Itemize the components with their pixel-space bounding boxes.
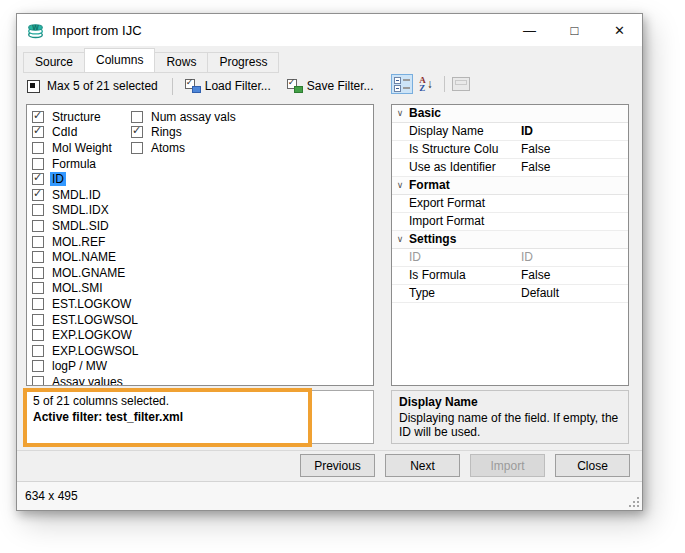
unchecked-checkbox-icon[interactable] (32, 236, 44, 248)
column-list-item[interactable]: Formula (32, 156, 140, 172)
column-list-item[interactable]: Num assay vals (131, 109, 238, 125)
unchecked-checkbox-icon[interactable] (32, 267, 44, 279)
checked-checkbox-icon[interactable] (131, 126, 143, 138)
tab-progress[interactable]: Progress (207, 52, 279, 73)
collapse-chevron-icon[interactable]: ∨ (392, 231, 408, 248)
previous-button[interactable]: Previous (300, 454, 375, 477)
property-value[interactable]: False (519, 159, 628, 176)
column-item-label[interactable]: Formula (50, 157, 98, 171)
load-filter-button[interactable]: Load Filter... (182, 77, 274, 95)
property-group-basic[interactable]: ∨Basic (392, 105, 628, 123)
property-value[interactable] (519, 213, 628, 230)
collapse-chevron-icon[interactable]: ∨ (392, 105, 408, 122)
unchecked-checkbox-icon[interactable] (32, 329, 44, 341)
column-list-item[interactable]: Structure (32, 109, 140, 125)
tab-rows[interactable]: Rows (154, 52, 208, 73)
collapse-chevron-icon[interactable]: ∨ (392, 177, 408, 194)
column-list-item[interactable]: MOL.NAME (32, 249, 140, 265)
column-item-label[interactable]: MOL.GNAME (50, 266, 127, 280)
checked-checkbox-icon[interactable] (32, 126, 44, 138)
column-item-label[interactable]: Structure (50, 110, 103, 124)
column-list-item[interactable]: EST.LOGKOW (32, 296, 140, 312)
property-row[interactable]: Is FormulaFalse (392, 267, 628, 285)
column-list-item[interactable]: logP / MW (32, 359, 140, 375)
column-item-label[interactable]: CdId (50, 125, 79, 139)
column-item-label[interactable]: MOL.NAME (50, 250, 118, 264)
unchecked-checkbox-icon[interactable] (131, 142, 143, 154)
property-row[interactable]: Export Format (392, 195, 628, 213)
column-item-label[interactable]: MOL.REF (50, 235, 107, 249)
property-group-format[interactable]: ∨Format (392, 177, 628, 195)
property-row[interactable]: Use as IdentifierFalse (392, 159, 628, 177)
unchecked-checkbox-icon[interactable] (32, 220, 44, 232)
minimize-icon[interactable]: — (507, 14, 552, 46)
unchecked-checkbox-icon[interactable] (32, 204, 44, 216)
column-item-label[interactable]: SMDL.ID (50, 188, 103, 202)
max-selected-checkbox-icon[interactable] (27, 80, 40, 93)
column-list-item[interactable]: Atoms (131, 140, 238, 156)
column-list-item[interactable]: Mol Weight (32, 140, 140, 156)
close-button[interactable]: Close (555, 454, 630, 477)
unchecked-checkbox-icon[interactable] (32, 158, 44, 170)
column-list-item[interactable]: MOL.SMI (32, 281, 140, 297)
unchecked-checkbox-icon[interactable] (32, 360, 44, 372)
property-value[interactable]: ID (519, 249, 628, 266)
column-item-label[interactable]: EST.LOGKOW (50, 297, 133, 311)
column-item-label[interactable]: Mol Weight (50, 141, 114, 155)
property-value[interactable] (519, 195, 628, 212)
property-row[interactable]: Import Format (392, 213, 628, 231)
tab-source[interactable]: Source (23, 52, 85, 73)
column-item-label[interactable]: SMDL.SID (50, 219, 111, 233)
maximize-icon[interactable]: □ (552, 14, 597, 46)
column-item-label[interactable]: Num assay vals (149, 110, 238, 124)
column-list-item[interactable]: CdId (32, 125, 140, 141)
column-list-item[interactable]: EXP.LOGKOW (32, 327, 140, 343)
save-filter-button[interactable]: Save Filter... (284, 77, 377, 95)
column-list-item[interactable]: ID (32, 171, 140, 187)
unchecked-checkbox-icon[interactable] (32, 298, 44, 310)
column-list-item[interactable]: MOL.GNAME (32, 265, 140, 281)
column-item-label[interactable]: Rings (149, 125, 184, 139)
close-icon[interactable]: ✕ (597, 14, 642, 46)
unchecked-checkbox-icon[interactable] (32, 376, 44, 386)
column-item-label[interactable]: EST.LOGWSOL (50, 313, 140, 327)
property-row[interactable]: Is Structure ColuFalse (392, 141, 628, 159)
checked-checkbox-icon[interactable] (32, 173, 44, 185)
column-item-label[interactable]: MOL.SMI (50, 281, 105, 295)
sort-alphabetical-icon[interactable]: AZ ↓ (415, 74, 437, 94)
column-item-label[interactable]: EXP.LOGWSOL (50, 344, 140, 358)
property-sheet[interactable]: ∨BasicDisplay NameIDIs Structure ColuFal… (391, 104, 629, 386)
column-list-item[interactable]: MOL.REF (32, 234, 140, 250)
title-bar[interactable]: W Import from IJC — □ ✕ (17, 14, 642, 46)
column-list-item[interactable]: EST.LOGWSOL (32, 312, 140, 328)
unchecked-checkbox-icon[interactable] (32, 251, 44, 263)
property-value[interactable]: False (519, 141, 628, 158)
categorized-view-icon[interactable] (391, 74, 413, 94)
next-button[interactable]: Next (385, 454, 460, 477)
property-row[interactable]: Display NameID (392, 123, 628, 141)
column-item-label[interactable]: SMDL.IDX (50, 203, 111, 217)
column-item-label[interactable]: Assay values (50, 375, 125, 386)
unchecked-checkbox-icon[interactable] (32, 142, 44, 154)
columns-list-panel[interactable]: StructureCdIdMol WeightFormulaIDSMDL.IDS… (26, 104, 374, 386)
checked-checkbox-icon[interactable] (32, 189, 44, 201)
unchecked-checkbox-icon[interactable] (131, 111, 143, 123)
column-item-label[interactable]: ID (50, 172, 66, 186)
column-list-item[interactable]: SMDL.SID (32, 218, 140, 234)
unchecked-checkbox-icon[interactable] (32, 314, 44, 326)
column-list-item[interactable]: SMDL.ID (32, 187, 140, 203)
property-value[interactable]: False (519, 267, 628, 284)
tab-columns[interactable]: Columns (84, 48, 155, 73)
property-row[interactable]: TypeDefault (392, 285, 628, 303)
column-item-label[interactable]: logP / MW (50, 359, 109, 373)
column-list-item[interactable]: Rings (131, 125, 238, 141)
unchecked-checkbox-icon[interactable] (32, 282, 44, 294)
property-value[interactable]: Default (519, 285, 628, 302)
unchecked-checkbox-icon[interactable] (32, 345, 44, 357)
column-list-item[interactable]: Assay values (32, 374, 140, 386)
column-list-item[interactable]: EXP.LOGWSOL (32, 343, 140, 359)
column-item-label[interactable]: EXP.LOGKOW (50, 328, 134, 342)
property-group-settings[interactable]: ∨Settings (392, 231, 628, 249)
property-row[interactable]: IDID (392, 249, 628, 267)
checked-checkbox-icon[interactable] (32, 111, 44, 123)
